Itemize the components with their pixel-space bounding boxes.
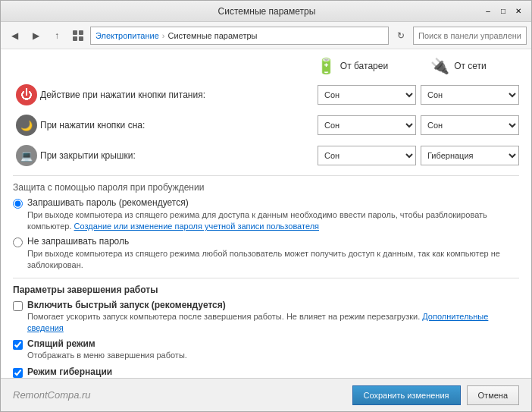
cancel-button[interactable]: Отмена [467,385,519,405]
no-password-desc: При выходе компьютера из спящего режима … [27,248,519,272]
power-button-battery-select[interactable]: СонГибернацияВыключениеНичего не делать [318,85,416,105]
no-password-option: Не запрашивать пароль При выходе компьют… [13,236,519,272]
nav-bar: ◀ ▶ ↑ Электропитание › Системные парамет… [1,22,531,49]
sleep-button-selects: СонГибернацияВыключениеНичего не делать … [318,115,519,135]
forward-button[interactable]: ▶ [27,27,45,45]
lid-mains-select[interactable]: СонГибернацияВыключениеНичего не делать [421,146,519,165]
ask-password-option: Запрашивать пароль (рекомендуется) При в… [13,197,519,233]
sleep-button-battery-select[interactable]: СонГибернацияВыключениеНичего не делать [318,115,416,135]
home-button[interactable] [69,27,87,45]
back-button[interactable]: ◀ [5,27,23,45]
fastboot-item: Включить быстрый запуск (рекомендуется) … [13,300,519,335]
sleep-desc: Отображать в меню завершения работы. [27,350,187,361]
power-button-mains-select[interactable]: СонГибернацияВыключениеНичего не делать [421,85,519,105]
sleep-button-label: При нажатии кнопки сна: [40,120,318,131]
minimize-button[interactable]: – [481,5,495,18]
divider-1 [13,175,519,176]
lid-row: 💻 При закрытии крышки: СонГибернацияВыкл… [13,142,519,169]
up-button[interactable]: ↑ [48,27,66,45]
hibernate-checkbox[interactable] [13,368,23,378]
main-window: Системные параметры – □ ✕ ◀ ▶ ↑ Электроп… [0,0,532,412]
svg-rect-3 [79,36,83,41]
fastboot-text-block: Включить быстрый запуск (рекомендуется) … [27,300,519,335]
battery-column-header: 🔋 От батареи [299,57,405,75]
breadcrumb-separator: › [162,31,165,40]
window-title: Системные параметры [52,6,481,17]
power-button-row: ⏻ Действие при нажатии кнопки питания: С… [13,81,519,109]
hibernate-item: Режим гибернации Отображать в меню завер… [13,366,519,378]
ask-password-desc: При выходе компьютера из спящего режима … [27,209,519,233]
power-header: 🔋 От батареи 🔌 От сети [13,57,519,75]
laptop-icon: 💻 [16,145,37,166]
content-area: 🔋 От батареи 🔌 От сети ⏻ Действие при на… [1,49,531,378]
lid-row-icon: 💻 [13,142,40,169]
fastboot-checkbox[interactable] [13,301,23,311]
no-password-text-block: Не запрашивать пароль При выходе компьют… [27,236,519,272]
power-icon: ⏻ [16,84,37,105]
lid-label: При закрытии крышки: [40,150,318,161]
svg-rect-0 [73,30,77,35]
sleep-row-icon: 🌙 [13,112,40,139]
footer-buttons: Сохранить изменения Отмена [352,385,519,405]
watermark: RemontCompa.ru [13,389,91,401]
breadcrumb-item-1[interactable]: Электропитание [95,31,159,40]
title-bar: Системные параметры – □ ✕ [1,1,531,22]
mains-column-header: 🔌 От сети [405,57,512,75]
sleep-text-block: Спящий режим Отображать в меню завершени… [27,338,187,361]
lid-selects: СонГибернацияВыключениеНичего не делать … [318,146,519,165]
power-button-label: Действие при нажатии кнопки питания: [40,90,318,100]
ask-password-radio[interactable] [13,199,23,209]
sleep-item: Спящий режим Отображать в меню завершени… [13,338,519,361]
no-password-label: Не запрашивать пароль [27,236,519,247]
lid-battery-select[interactable]: СонГибернацияВыключениеНичего не делать [318,146,416,165]
sleep-button-mains-select[interactable]: СонГибернацияВыключениеНичего не делать [421,115,519,135]
moon-icon: 🌙 [16,115,37,136]
password-section-title: Защита с помощью пароля при пробуждении [13,182,519,193]
battery-label: От батареи [340,61,388,71]
sleep-checkbox[interactable] [13,340,23,350]
search-box [413,27,527,45]
svg-rect-2 [73,36,77,41]
hibernate-label: Режим гибернации [27,366,187,377]
battery-icon: 🔋 [317,57,336,75]
shutdown-section: ➤ Параметры завершения работы Включить б… [13,285,519,378]
close-button[interactable]: ✕ [512,5,525,18]
search-input[interactable] [418,31,521,40]
maximize-button[interactable]: □ [496,5,510,18]
svg-rect-1 [79,30,83,35]
power-button-selects: СонГибернацияВыключениеНичего не делать … [318,85,519,105]
fastboot-label: Включить быстрый запуск (рекомендуется) [27,300,519,310]
mains-icon: 🔌 [430,57,449,75]
power-row-icon-1: ⏻ [13,81,40,109]
no-password-radio[interactable] [13,237,23,247]
ask-password-label: Запрашивать пароль (рекомендуется) [27,197,519,208]
breadcrumb: Электропитание › Системные параметры [90,27,389,45]
hibernate-text-block: Режим гибернации Отображать в меню завер… [27,366,187,378]
sleep-button-row: 🌙 При нажатии кнопки сна: СонГибернацияВ… [13,112,519,139]
window-controls: – □ ✕ [481,5,525,18]
sleep-label: Спящий режим [27,338,187,349]
ask-password-text-block: Запрашивать пароль (рекомендуется) При в… [27,197,519,233]
divider-2 [13,278,519,278]
save-button[interactable]: Сохранить изменения [352,385,461,405]
password-radio-group: Запрашивать пароль (рекомендуется) При в… [13,197,519,272]
password-link[interactable]: Создание или изменение пароля учетной за… [74,222,319,231]
mains-label: От сети [454,61,487,71]
shutdown-title: Параметры завершения работы [13,285,519,295]
refresh-button[interactable]: ↻ [392,27,410,45]
footer: RemontCompa.ru Сохранить изменения Отмен… [1,378,531,411]
fastboot-desc: Помогает ускорить запуск компьютера посл… [27,311,519,335]
breadcrumb-item-2: Системные параметры [167,31,257,40]
